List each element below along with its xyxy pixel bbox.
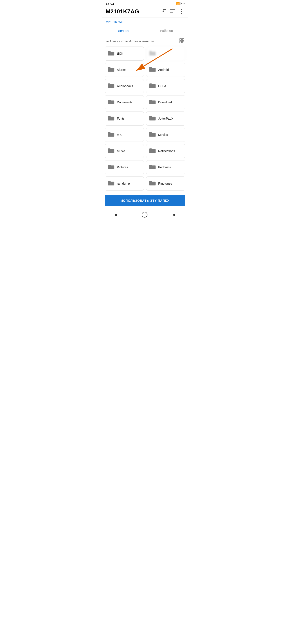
folder-item[interactable]: MIUI bbox=[105, 128, 144, 142]
folder-name: MIUI bbox=[117, 133, 123, 136]
folder-item[interactable]: DCIM bbox=[146, 79, 185, 93]
folder-item[interactable]: Alarms bbox=[105, 63, 144, 77]
nav-bar: ■ ◀ bbox=[102, 209, 188, 221]
nav-square-icon[interactable]: ■ bbox=[115, 212, 117, 217]
header: M2101K7AG ⋮ bbox=[102, 6, 188, 18]
folder-icon bbox=[149, 115, 156, 122]
section-header: ФАЙЛЫ НА УСТРОЙСТВЕ M2101K7AG bbox=[102, 35, 188, 46]
folder-name: Audiobooks bbox=[117, 84, 133, 88]
folder-name: Notifications bbox=[158, 149, 175, 153]
folder-item[interactable]: Music bbox=[105, 144, 144, 158]
folder-item[interactable]: Documents bbox=[105, 95, 144, 109]
signal-icon: 📶 bbox=[176, 2, 180, 5]
folder-name: Ringtones bbox=[158, 182, 172, 185]
folder-name: JotterPadX bbox=[158, 117, 173, 120]
folder-icon bbox=[149, 164, 156, 170]
folder-item[interactable]: Android bbox=[146, 63, 185, 77]
folder-icon bbox=[149, 132, 156, 138]
folder-icon bbox=[149, 50, 156, 57]
breadcrumb-text: M2101K7AG bbox=[106, 20, 123, 24]
folder-item[interactable]: Ringtones bbox=[146, 176, 185, 190]
battery-icon: 81 bbox=[181, 2, 184, 5]
svg-rect-8 bbox=[182, 41, 184, 43]
folder-grid: ДОК Alarms Android Audiobooks DCIM Docum… bbox=[102, 46, 188, 193]
folder-item[interactable]: JotterPadX bbox=[146, 112, 185, 126]
folder-name: Android bbox=[158, 68, 169, 72]
folder-icon bbox=[108, 83, 115, 89]
tab-personal[interactable]: Личное bbox=[102, 26, 145, 35]
folder-icon bbox=[149, 83, 156, 89]
folder-icon bbox=[149, 66, 156, 73]
folder-item[interactable]: Movies bbox=[146, 128, 185, 142]
view-toggle-icon[interactable] bbox=[179, 38, 184, 44]
svg-rect-5 bbox=[180, 39, 181, 40]
folder-name: Pictures bbox=[117, 166, 128, 169]
folder-item[interactable]: Fonts bbox=[105, 112, 144, 126]
sort-icon[interactable] bbox=[170, 9, 175, 14]
folder-icon bbox=[108, 115, 115, 122]
folder-name: ДОК bbox=[117, 52, 123, 55]
folder-icon bbox=[108, 132, 115, 138]
folder-item[interactable]: Audiobooks bbox=[105, 79, 144, 93]
more-icon[interactable]: ⋮ bbox=[179, 8, 184, 15]
folder-item[interactable]: ДОК bbox=[105, 46, 144, 60]
folder-item[interactable]: Download bbox=[146, 95, 185, 109]
section-title: ФАЙЛЫ НА УСТРОЙСТВЕ M2101K7AG bbox=[106, 40, 154, 43]
status-time: 17:03 bbox=[106, 2, 114, 6]
folder-icon bbox=[108, 99, 115, 106]
grid-wrapper: ДОК Alarms Android Audiobooks DCIM Docum… bbox=[102, 46, 188, 193]
status-icons: 📶 81 bbox=[176, 2, 184, 5]
folder-icon bbox=[108, 180, 115, 187]
tabs: Личное Рабочее bbox=[102, 26, 188, 35]
folder-name: Fonts bbox=[117, 117, 125, 120]
header-title: M2101K7AG bbox=[106, 8, 139, 15]
breadcrumb[interactable]: M2101K7AG bbox=[102, 18, 188, 26]
folder-icon bbox=[149, 180, 156, 187]
header-actions: ⋮ bbox=[161, 8, 184, 15]
folder-name: ramdump bbox=[117, 182, 130, 185]
nav-home-icon[interactable] bbox=[142, 212, 147, 218]
folder-icon bbox=[108, 148, 115, 154]
folder-item[interactable]: ramdump bbox=[105, 176, 144, 190]
folder-name: Documents bbox=[117, 100, 132, 104]
nav-back-icon[interactable]: ◀ bbox=[172, 212, 175, 217]
folder-name: Alarms bbox=[117, 68, 127, 72]
folder-name: Podcasts bbox=[158, 166, 171, 169]
svg-rect-6 bbox=[182, 39, 184, 40]
folder-icon bbox=[149, 148, 156, 154]
folder-icon bbox=[108, 50, 115, 57]
add-folder-icon[interactable] bbox=[161, 8, 166, 15]
folder-name: Music bbox=[117, 149, 125, 153]
folder-item[interactable] bbox=[146, 46, 185, 60]
folder-item[interactable]: Podcasts bbox=[146, 160, 185, 174]
folder-icon bbox=[108, 66, 115, 73]
use-folder-button[interactable]: ИСПОЛЬЗОВАТЬ ЭТУ ПАПКУ bbox=[105, 195, 185, 206]
folder-name: Download bbox=[158, 100, 172, 104]
folder-item[interactable]: Pictures bbox=[105, 160, 144, 174]
status-bar: 17:03 📶 81 bbox=[102, 0, 188, 6]
tab-work[interactable]: Рабочее bbox=[145, 26, 188, 35]
folder-icon bbox=[108, 164, 115, 170]
folder-icon bbox=[149, 99, 156, 106]
folder-item[interactable]: Notifications bbox=[146, 144, 185, 158]
folder-name: DCIM bbox=[158, 84, 166, 88]
svg-rect-7 bbox=[180, 41, 181, 43]
folder-name: Movies bbox=[158, 133, 168, 136]
